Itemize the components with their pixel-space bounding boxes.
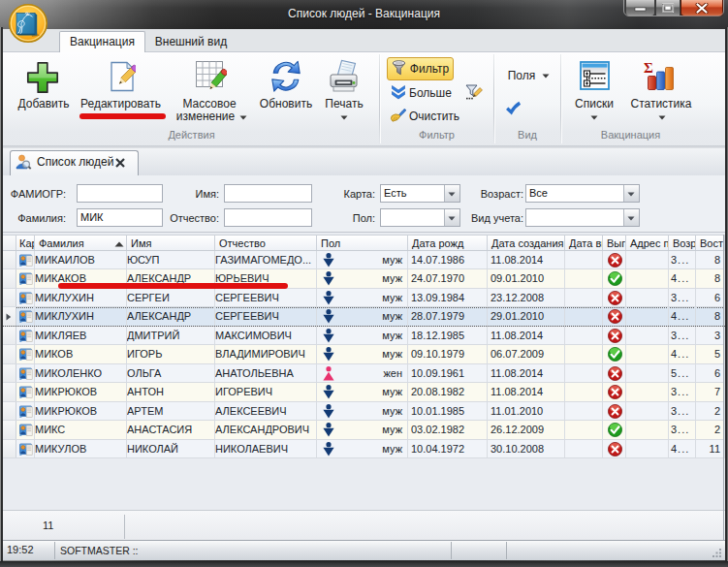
svg-text:Σ: Σ bbox=[644, 60, 653, 76]
